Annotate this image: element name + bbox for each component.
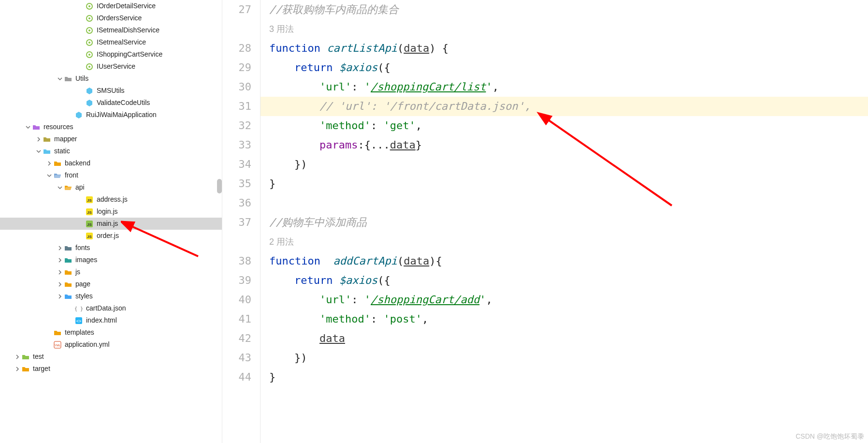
chevron-right-icon[interactable] (56, 293, 64, 300)
chevron-none-icon (45, 341, 53, 349)
chevron-none-icon (77, 15, 85, 22)
chevron-right-icon[interactable] (14, 365, 21, 373)
chevron-right-icon[interactable] (14, 353, 21, 361)
usages-inlay[interactable]: 2 用法 (269, 232, 868, 251)
interface-icon (85, 50, 94, 59)
chevron-right-icon[interactable] (45, 160, 53, 167)
chevron-right-icon[interactable] (56, 281, 64, 288)
chevron-down-icon[interactable] (56, 75, 64, 83)
tree-item-label: target (33, 363, 50, 375)
chevron-none-icon (77, 196, 85, 204)
tree-item-label: Utils (75, 73, 88, 85)
tree-item-label: IOrdersService (97, 12, 142, 24)
usages-inlay[interactable]: 3 用法 (269, 19, 868, 39)
tree-item-label: resources (43, 121, 73, 133)
chevron-none-icon (77, 87, 85, 95)
chevron-none-icon (77, 2, 85, 10)
tree-item-ruijiwaimaiapplication[interactable]: RuiJiWaiMaiApplication (0, 109, 222, 121)
tree-item-address-js[interactable]: JSaddress.js (0, 193, 222, 206)
chevron-down-icon[interactable] (24, 123, 32, 131)
tree-item-backend[interactable]: backend (0, 157, 222, 169)
tree-item-resources[interactable]: resources (0, 121, 222, 133)
interface-icon (85, 62, 94, 71)
interface-icon (85, 38, 94, 47)
svg-text:{ }: { } (75, 306, 83, 311)
tree-item-iorderdetailservice[interactable]: IOrderDetailService (0, 0, 222, 12)
code-area[interactable]: //获取购物车内商品的集合 3 用法 function cartListApi(… (260, 0, 868, 443)
tree-item-styles[interactable]: styles (0, 290, 222, 302)
tree-item-smsutils[interactable]: SMSUtils (0, 85, 222, 97)
folder-icon (53, 159, 62, 168)
tree-item-utils[interactable]: Utils (0, 73, 222, 85)
code-line: data (269, 329, 868, 348)
folder-icon (53, 328, 62, 337)
tree-item-label: ValidateCodeUtils (97, 97, 150, 109)
tree-item-fonts[interactable]: fonts (0, 242, 222, 254)
tree-item-test[interactable]: test (0, 351, 222, 363)
project-tree[interactable]: IOrderDetailServiceIOrdersServiceISetmea… (0, 0, 222, 443)
js-icon: JS (85, 220, 94, 228)
tree-item-images[interactable]: images (0, 254, 222, 266)
tree-item-static[interactable]: static (0, 145, 222, 157)
code-line: } (269, 174, 868, 193)
folder-open-icon (53, 171, 62, 180)
chevron-right-icon[interactable] (56, 244, 64, 252)
js-icon: JS (85, 195, 94, 204)
svg-point-1 (88, 5, 90, 7)
tree-item-label: cartData.json (86, 302, 126, 314)
folder-icon (64, 244, 72, 252)
code-line: return $axios({ (269, 58, 868, 77)
tree-item-validatecodeutils[interactable]: ValidateCodeUtils (0, 97, 222, 109)
code-line: params:{...data} (269, 135, 868, 155)
tree-item-main-js[interactable]: JSmain.js (0, 218, 222, 230)
tree-item-label: backend (65, 157, 90, 169)
tree-item-js[interactable]: js (0, 266, 222, 278)
code-line: // 'url': '/front/cartData.json', (260, 97, 868, 116)
tree-item-api[interactable]: api (0, 181, 222, 193)
tree-item-label: test (33, 351, 44, 363)
chevron-right-icon[interactable] (56, 256, 64, 264)
code-editor[interactable]: 27 28 29 30 31 32 33 34 35 36 37 38 39 4… (222, 0, 868, 443)
tree-item-label: images (75, 254, 97, 266)
chevron-none-icon (67, 111, 74, 119)
chevron-down-icon[interactable] (45, 172, 53, 179)
folder-icon (21, 353, 30, 361)
tree-item-cartdata-json[interactable]: { }cartData.json (0, 302, 222, 314)
js-icon: JS (85, 232, 94, 240)
code-line: //购物车中添加商品 (269, 213, 868, 232)
tree-item-order-js[interactable]: JSorder.js (0, 230, 222, 242)
svg-point-9 (88, 54, 90, 56)
interface-icon (85, 2, 94, 11)
tree-item-isetmealservice[interactable]: ISetmealService (0, 36, 222, 48)
tree-item-application-yml[interactable]: YMLapplication.yml (0, 339, 222, 351)
svg-point-11 (88, 66, 90, 68)
chevron-none-icon (77, 63, 85, 71)
folder-icon (64, 256, 72, 265)
tree-item-label: page (75, 278, 90, 290)
tree-item-mapper[interactable]: mapper (0, 133, 222, 145)
chevron-none-icon (67, 305, 74, 312)
tree-item-ishoppingcartservice[interactable]: IShoppingCartService (0, 48, 222, 60)
tree-item-templates[interactable]: templates (0, 326, 222, 339)
svg-text:JS: JS (87, 210, 92, 215)
tree-item-isetmealdishservice[interactable]: ISetmealDishService (0, 24, 222, 36)
tree-item-index-html[interactable]: <>index.html (0, 314, 222, 326)
chevron-right-icon[interactable] (35, 135, 43, 143)
tree-item-login-js[interactable]: JSlogin.js (0, 206, 222, 218)
chevron-right-icon[interactable] (56, 268, 64, 276)
tree-item-iuserservice[interactable]: IUserService (0, 60, 222, 73)
tree-item-target[interactable]: target (0, 363, 222, 375)
chevron-down-icon[interactable] (35, 148, 43, 155)
code-line: 'url': '/shoppingCart/list', (269, 77, 868, 97)
tree-item-front[interactable]: front (0, 169, 222, 181)
tree-item-label: IOrderDetailService (97, 0, 156, 12)
tree-item-page[interactable]: page (0, 278, 222, 290)
tree-item-iordersservice[interactable]: IOrdersService (0, 12, 222, 24)
js-icon: JS (85, 207, 94, 216)
tree-item-label: mapper (54, 133, 77, 145)
chevron-none-icon (77, 27, 85, 34)
scrollbar-thumb[interactable] (217, 179, 222, 193)
tree-item-label: address.js (97, 193, 128, 206)
tree-item-label: templates (65, 326, 94, 339)
chevron-down-icon[interactable] (56, 184, 64, 192)
